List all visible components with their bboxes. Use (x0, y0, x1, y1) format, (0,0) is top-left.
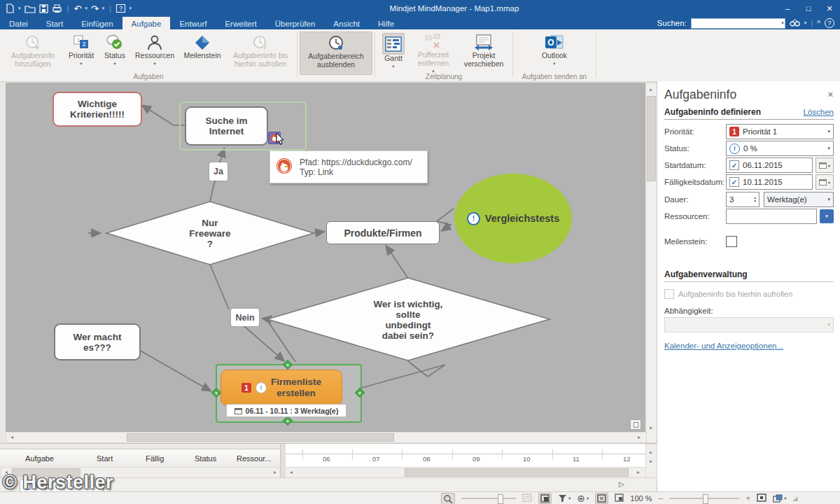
zoom-select-button[interactable] (441, 493, 455, 504)
remove-buffer-button[interactable]: Pufferzeit entfernen ▾ (410, 31, 457, 74)
open-file-icon[interactable] (24, 4, 36, 13)
loeschen-link[interactable]: Löschen (804, 108, 834, 116)
help-icon[interactable]: ? (116, 4, 125, 13)
dauer-unit-combo[interactable]: Werktag(e) ▾ (764, 192, 834, 207)
prioritaet-button[interactable]: 12 Priorität ▾ (64, 31, 99, 74)
tab-aufgabe[interactable]: Aufgabe (122, 17, 171, 29)
gantt-vscroll-column[interactable]: ▴ ▾ (645, 444, 657, 479)
meilenstein-checkbox[interactable] (726, 236, 737, 247)
add-taskinfo-button[interactable]: Aufgabeninfo hinzufügen (2, 31, 64, 74)
startdatum-calendar-button[interactable]: ▾ (816, 158, 834, 173)
page-overview-button[interactable] (630, 419, 641, 430)
topic-firmenliste-erstellen[interactable]: 1 ! Firmenliste erstellen (220, 370, 342, 406)
new-document-caret[interactable]: ▾ (18, 6, 21, 11)
close-button[interactable]: ✕ (819, 0, 840, 17)
undo-caret[interactable]: ▾ (85, 6, 88, 11)
minimize-button[interactable]: – (777, 0, 798, 17)
canvas-hscrollbar[interactable]: ◂ ▸ (6, 432, 647, 443)
maximize-button[interactable]: □ (798, 0, 819, 17)
redo-caret[interactable]: ▾ (102, 6, 105, 11)
aufrollen-checkbox[interactable] (664, 289, 674, 299)
gantt-col-status[interactable]: Status (189, 449, 237, 468)
fit-map-button[interactable] (757, 493, 766, 503)
tab-ueberpruefen[interactable]: Überprüfen (266, 17, 325, 29)
view-options-button[interactable]: ▾ (773, 494, 786, 503)
zoom-out-button[interactable]: – (658, 494, 663, 503)
gantt-col-faellig[interactable]: Fällig (140, 449, 195, 468)
startdatum-checkbox[interactable]: ✓ (729, 160, 739, 170)
zoom-slider[interactable] (669, 498, 739, 499)
ressourcen-dropdown-button[interactable]: ▾ (820, 209, 834, 223)
search-dropdown-caret[interactable]: ▾ (781, 20, 784, 26)
gtable-scroll-right[interactable]: ▸ (271, 468, 279, 476)
detail-level-icon[interactable] (615, 493, 624, 503)
timeline-hscrollbar[interactable]: ◂ ▸ (286, 467, 645, 478)
tabbar-expand-icon[interactable]: ▷ (619, 480, 624, 488)
tab-start[interactable]: Start (37, 17, 72, 29)
print-icon[interactable] (52, 4, 62, 13)
vscroll-thumb[interactable] (647, 96, 656, 181)
save-icon[interactable] (39, 4, 48, 13)
outlook-button[interactable]: O Outlook ▾ (532, 31, 577, 74)
label-nein[interactable]: Nein (231, 309, 259, 326)
canvas-vscrollbar[interactable]: ▴ ▾ (645, 83, 657, 443)
hscroll-thumb[interactable] (127, 433, 394, 442)
panel-close-icon[interactable]: ✕ (827, 90, 834, 99)
pan-slider[interactable] (461, 498, 516, 499)
faellig-field[interactable]: ✓ 10.11.2015 (726, 174, 813, 190)
gantt-scroll-down[interactable]: ▾ (646, 457, 655, 465)
scroll-right-arrow[interactable]: ▸ (635, 433, 643, 441)
rollup-taskinfo-button[interactable]: Aufgabeninfo bis hierhin aufrollen (226, 31, 295, 74)
topic-wer-macht-es[interactable]: Wer macht es??? (54, 323, 141, 360)
tab-erweitert[interactable]: Erweitert (216, 17, 265, 29)
undo-icon[interactable]: ↶ (74, 4, 82, 13)
topic-vergleichstests[interactable]: ! Vergleichstests (454, 174, 572, 263)
topic-wichtige-kriterien[interactable]: Wichtige Kriterien!!!!! (52, 92, 142, 127)
decision-wer-ist-wichtig[interactable]: Wer ist wichtig, sollte unbedingt dabei … (359, 288, 457, 351)
tab-entwurf[interactable]: Entwurf (170, 17, 216, 29)
outline-view-icon[interactable] (522, 493, 532, 503)
scroll-up-arrow[interactable]: ▴ (646, 85, 655, 93)
move-project-button[interactable]: Projekt verschieben (457, 31, 510, 74)
zoom-in-button[interactable]: + (746, 494, 750, 503)
ressourcen-button[interactable]: Ressourcen ▾ (131, 31, 178, 74)
dauer-unit-caret[interactable]: ▾ (827, 197, 830, 202)
label-ja[interactable]: Ja (209, 162, 227, 181)
power-select-button[interactable]: ⊕ ▾ (577, 494, 589, 503)
binoculars-caret[interactable]: ▾ (804, 20, 807, 26)
timeline-scroll-right[interactable]: ▸ (634, 468, 643, 476)
map-canvas[interactable]: Wichtige Kriterien!!!!! Suche im Interne… (6, 83, 645, 432)
gantt-col-start[interactable]: Start (91, 449, 146, 468)
gantt-timeline[interactable]: 06 07 08 09 10 11 12 ◂ ▸ (286, 444, 645, 478)
zoom-slider-thumb[interactable] (703, 494, 708, 504)
topic-suche-im-internet[interactable]: Suche im Internet (185, 106, 268, 146)
binoculars-icon[interactable] (790, 19, 800, 28)
tab-ansicht[interactable]: Ansicht (324, 17, 369, 29)
gantt-scroll-up[interactable]: ▴ (646, 447, 655, 456)
scroll-left-arrow[interactable]: ◂ (8, 433, 16, 441)
redo-icon[interactable]: ↷ (91, 4, 99, 13)
search-input[interactable] (691, 18, 785, 29)
scroll-down-arrow[interactable]: ▾ (646, 424, 655, 432)
help-circle-icon[interactable]: ? (825, 18, 834, 28)
startdatum-field[interactable]: ✓ 06.11.2015 (726, 158, 813, 173)
pan-slider-thumb[interactable] (498, 494, 503, 504)
gantt-button[interactable]: Gantt ▾ (377, 31, 410, 74)
map-view-icon[interactable] (538, 493, 552, 504)
faellig-calendar-button[interactable]: ▾ (816, 174, 834, 190)
meilenstein-button[interactable]: Meilenstein (178, 31, 226, 74)
faellig-checkbox[interactable]: ✓ (729, 177, 739, 187)
decision-nur-freeware[interactable]: Nur Freeware ? (168, 209, 252, 258)
filter-button[interactable]: ▾ (558, 494, 570, 503)
status-button[interactable]: Status ▾ (99, 31, 131, 74)
expand-all-button[interactable] (595, 493, 608, 504)
timeline-scroll-left[interactable]: ◂ (287, 468, 295, 476)
dauer-spinner[interactable]: 3 ▴ ▾ (726, 192, 760, 207)
tab-hilfe[interactable]: Hilfe (369, 17, 403, 29)
hide-taskpane-button[interactable]: Aufgabenbereich ausblenden (300, 31, 372, 75)
status-combo[interactable]: ! 0 % ▾ (726, 141, 834, 156)
collapse-ribbon-icon[interactable]: ^ (817, 20, 820, 27)
dauer-spin-down[interactable]: ▾ (754, 200, 756, 203)
prioritaet-combo[interactable]: 1 Priorität 1 ▾ (726, 124, 834, 139)
new-document-icon[interactable] (6, 4, 15, 13)
